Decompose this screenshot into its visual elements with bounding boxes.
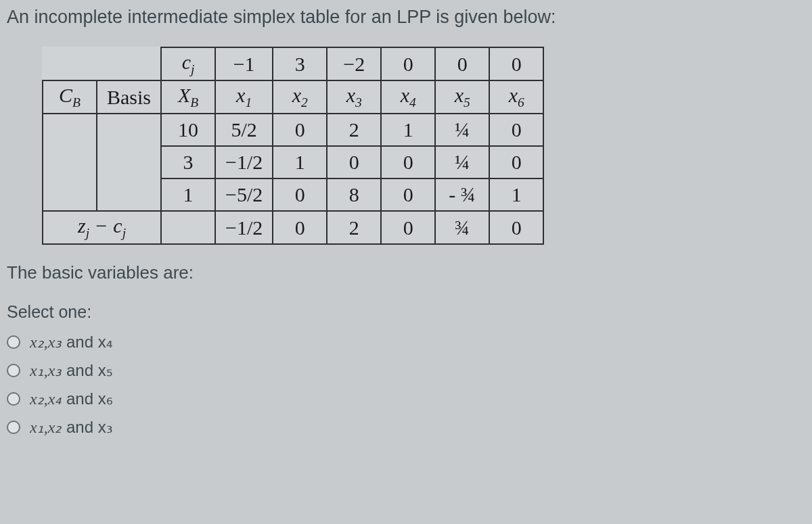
options-group: x₂,x₃ and x₄ x₁,x₃ and x₅ x₂,x₄ and x₆ x… [7,333,807,437]
zj-cj-x6: 0 [489,211,543,244]
radio-icon[interactable] [7,364,20,377]
r3-x5: - ¾ [435,178,489,211]
header-x3: x3 [327,80,381,114]
header-x1: x1 [215,80,273,114]
cj-label: cj [182,51,195,73]
header-x4: x4 [381,80,435,114]
zj-cj-label: zj − cj [43,211,161,244]
option-2-label: x₁,x₃ and x₅ [30,361,113,380]
select-one-label: Select one: [7,302,807,322]
r2-x4: 0 [381,146,435,178]
simplex-table: cj −1 3 −2 0 0 0 CB Basis XB x1 x2 x3 x4… [42,47,544,245]
basis-col [97,114,161,211]
zj-cj-XB [161,211,215,244]
cj-x3: −2 [327,47,381,80]
r3-x2: 0 [273,178,327,211]
r3-XB: 1 [161,178,215,211]
r1-x6: 0 [489,114,543,146]
r2-XB: 3 [161,146,215,178]
cj-x5: 0 [435,47,489,80]
zj-cj-x3: 2 [327,211,381,244]
option-2[interactable]: x₁,x₃ and x₅ [7,361,807,380]
header-CB: CB [43,80,97,114]
r1-XB: 10 [161,114,215,146]
option-1[interactable]: x₂,x₃ and x₄ [7,333,807,352]
header-x5: x5 [435,80,489,114]
r1-x2: 0 [273,114,327,146]
cj-x2: 3 [273,47,327,80]
cb-col [43,114,97,211]
cj-x6: 0 [489,47,543,80]
header-x6: x6 [489,80,543,114]
r1-x4: 1 [381,114,435,146]
header-x2: x2 [273,80,327,114]
r3-x3: 8 [327,178,381,211]
r2-x2: 1 [273,146,327,178]
r2-x6: 0 [489,146,543,178]
radio-icon[interactable] [7,392,20,406]
cj-x1: −1 [215,47,273,80]
zj-cj-x2: 0 [273,211,327,244]
zj-cj-x4: 0 [381,211,435,244]
r3-x4: 0 [381,178,435,211]
cj-x4: 0 [381,47,435,80]
option-3-label: x₂,x₄ and x₆ [30,389,113,408]
question-text: An incomplete intermediate simplex table… [7,7,807,28]
r3-x1: −5/2 [215,178,273,211]
r1-x3: 2 [327,114,381,146]
header-XB: XB [161,80,215,114]
option-3[interactable]: x₂,x₄ and x₆ [7,389,807,408]
r2-x5: ¼ [435,146,489,178]
r1-x1: 5/2 [215,114,273,146]
radio-icon[interactable] [7,421,20,434]
option-1-label: x₂,x₃ and x₄ [30,333,113,352]
zj-cj-x5: ¾ [435,211,489,244]
r2-x1: −1/2 [215,146,273,178]
r3-x6: 1 [489,178,543,211]
option-4-label: x₁,x₂ and x₃ [30,418,113,437]
r2-x3: 0 [327,146,381,178]
radio-icon[interactable] [7,335,20,349]
option-4[interactable]: x₁,x₂ and x₃ [7,418,807,437]
r1-x5: ¼ [435,114,489,146]
followup-text: The basic variables are: [7,262,807,283]
header-basis: Basis [97,80,161,114]
zj-cj-x1: −1/2 [215,211,273,244]
